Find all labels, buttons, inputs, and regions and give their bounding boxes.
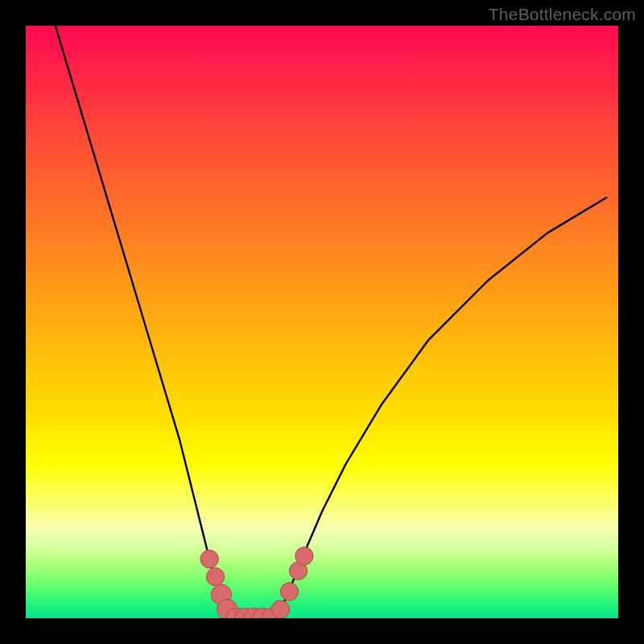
- data-marker: [200, 550, 218, 568]
- chart-frame: TheBottleneck.com: [0, 0, 644, 644]
- plot-area: [26, 26, 618, 618]
- curve-layer: [26, 26, 618, 618]
- data-marker: [295, 547, 313, 565]
- series-right-curve: [275, 197, 606, 618]
- data-marker: [280, 583, 298, 601]
- series-left-curve: [56, 26, 233, 618]
- data-marker: [206, 568, 224, 585]
- watermark-text: TheBottleneck.com: [489, 5, 636, 24]
- data-marker: [271, 601, 289, 618]
